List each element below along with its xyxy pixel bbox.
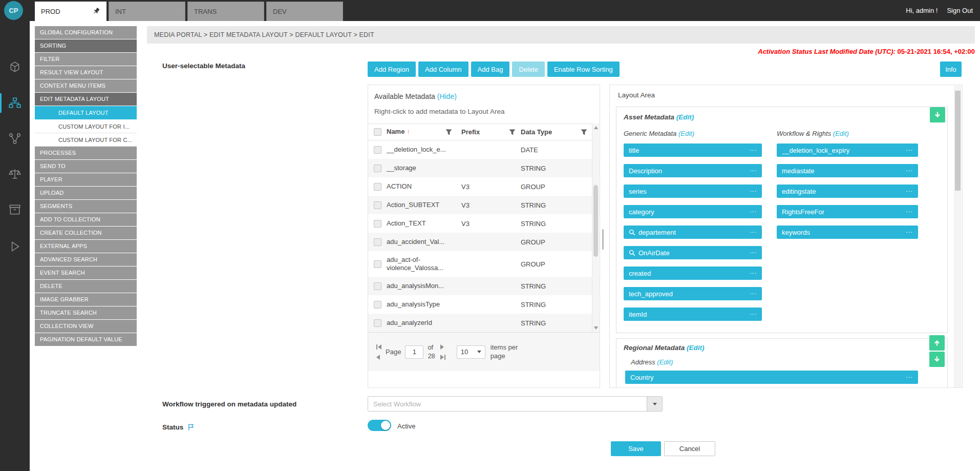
move-region-down-button[interactable] (930, 107, 945, 122)
dropdown-button[interactable] (647, 397, 662, 411)
filter-icon[interactable] (445, 129, 452, 135)
enable-row-sorting-button[interactable]: Enable Row Sorting (547, 62, 620, 77)
sidebar-item-default-layout[interactable]: DEFAULT LAYOUT (35, 106, 137, 119)
panel-splitter-handle[interactable] (602, 229, 604, 250)
row-checkbox[interactable] (374, 301, 381, 309)
chip-rightsfreefor[interactable]: RightsFreeFor ... (777, 205, 918, 218)
move-region-down-button[interactable] (929, 352, 945, 367)
chip-series[interactable]: series ... (624, 185, 762, 198)
chip-menu-icon[interactable]: ... (750, 165, 757, 173)
sidebar-item-send-to[interactable]: SEND TO (35, 160, 137, 173)
sidebar-item-custom-layout-2[interactable]: CUSTOM LAYOUT FOR C... (35, 133, 137, 147)
chip-menu-icon[interactable]: ... (750, 186, 757, 193)
chip-description[interactable]: Description ... (624, 164, 762, 177)
sidebar-item-add-to-collection[interactable]: ADD TO COLLECTION (35, 213, 137, 226)
tab-int[interactable]: INT (109, 2, 185, 21)
regional-metadata-edit-link[interactable]: (Edit) (687, 344, 705, 352)
sidebar-item-result-view-layout[interactable]: RESULT VIEW LAYOUT (35, 66, 137, 79)
chip-menu-icon[interactable]: ... (906, 372, 913, 379)
chip-menu-icon[interactable]: ... (906, 206, 913, 214)
row-checkbox[interactable] (374, 165, 381, 172)
table-row[interactable]: adu_accident_Val... GROUP (368, 233, 600, 251)
toggle-knob[interactable] (381, 421, 390, 430)
sitemap-icon[interactable] (0, 92, 30, 114)
table-scrollbar[interactable] (592, 124, 599, 332)
chip-departement[interactable]: departement ... (624, 226, 762, 239)
column-header-data-type[interactable]: Data Type (521, 128, 552, 136)
generic-metadata-edit-link[interactable]: (Edit) (678, 130, 694, 137)
info-button[interactable]: Info (940, 62, 962, 77)
row-checkbox[interactable] (374, 319, 381, 327)
sidebar-item-player[interactable]: PLAYER (35, 173, 137, 186)
tab-trans[interactable]: TRANS (187, 2, 264, 21)
sidebar-item-truncate-search[interactable]: TRUNCATE SEARCH (35, 306, 137, 319)
sidebar-item-filter[interactable]: FILTER (35, 53, 137, 66)
table-row[interactable]: adu_analysisMon... STRING (368, 277, 600, 295)
scrollbar-thumb[interactable] (593, 185, 598, 257)
sidebar-item-delete[interactable]: DELETE (35, 280, 137, 293)
add-bag-button[interactable]: Add Bag (471, 62, 510, 77)
save-button[interactable]: Save (611, 441, 661, 456)
row-checkbox[interactable] (374, 282, 381, 290)
first-page-button[interactable] (376, 344, 381, 350)
sidebar-item-event-search[interactable]: EVENT SEARCH (35, 267, 137, 279)
sidebar-item-create-collection[interactable]: CREATE COLLECTION (35, 227, 137, 239)
sidebar-item-edit-metadata-layout[interactable]: EDIT METADATA LAYOUT (35, 93, 137, 106)
sidebar-item-collection-view[interactable]: COLLECTION VIEW (35, 320, 137, 333)
table-row[interactable]: adu_analyzerId STRING (368, 314, 600, 332)
move-region-up-button[interactable] (929, 335, 945, 351)
table-row[interactable]: adu_act-of-violence_Valossa... GROUP (368, 251, 600, 277)
hide-link[interactable]: (Hide) (437, 92, 457, 100)
chip-tech-approved[interactable]: tech_approved ... (624, 287, 762, 300)
filter-icon[interactable] (581, 129, 587, 135)
page-size-select[interactable]: 10 (457, 345, 485, 359)
chip-menu-icon[interactable]: ... (906, 145, 913, 152)
sidebar-item-context-menu-items[interactable]: CONTEXT MENU ITEMS (35, 79, 137, 92)
chip-menu-icon[interactable]: ... (750, 227, 757, 234)
scrollbar-thumb[interactable] (955, 91, 961, 191)
archive-box-icon[interactable] (0, 198, 30, 221)
previous-page-button[interactable] (376, 355, 381, 360)
workflow-select[interactable]: Select Workflow (368, 396, 663, 412)
layout-area-scrollbar[interactable] (954, 86, 962, 388)
scroll-up-icon[interactable] (594, 126, 598, 129)
workflow-rights-edit-link[interactable]: (Edit) (833, 130, 849, 137)
chip-itemid[interactable]: itemId ... (624, 308, 762, 321)
chip-title[interactable]: title ... (624, 144, 762, 157)
filter-icon[interactable] (509, 129, 516, 135)
delete-button[interactable]: Delete (512, 62, 545, 77)
workflow-icon[interactable] (0, 128, 30, 150)
row-checkbox[interactable] (374, 201, 381, 209)
chip-onairdate[interactable]: OnAirDate ... (624, 246, 762, 259)
add-column-button[interactable]: Add Column (418, 62, 468, 77)
page-number-input[interactable] (405, 345, 423, 359)
select-all-checkbox[interactable] (374, 128, 381, 136)
sign-out-link[interactable]: Sign Out (947, 7, 973, 14)
sidebar-item-processes[interactable]: PROCESSES (35, 147, 137, 159)
column-header-prefix[interactable]: Prefix (461, 128, 480, 136)
chip-menu-icon[interactable]: ... (906, 227, 913, 234)
sidebar-item-segments[interactable]: SEGMENTS (35, 200, 137, 213)
chip-category[interactable]: category ... (624, 205, 762, 218)
cancel-button[interactable]: Cancel (664, 441, 715, 456)
table-row[interactable]: ACTION V3 GROUP (368, 177, 600, 196)
chip-country[interactable]: Country ... (625, 371, 918, 384)
column-header-name[interactable]: Name (387, 128, 404, 136)
add-region-button[interactable]: Add Region (368, 62, 416, 77)
chip-menu-icon[interactable]: ... (750, 309, 757, 316)
row-checkbox[interactable] (374, 220, 381, 228)
row-checkbox[interactable] (374, 238, 381, 246)
sidebar-item-pagination-default-value[interactable]: PAGINATION DEFAULT VALUE (35, 333, 137, 346)
sidebar-item-sorting[interactable]: SORTING (35, 39, 137, 52)
last-page-button[interactable] (440, 355, 445, 360)
next-page-button[interactable] (440, 344, 445, 350)
chip-menu-icon[interactable]: ... (750, 268, 757, 275)
address-edit-link[interactable]: (Edit) (657, 358, 673, 366)
chip-mediastate[interactable]: mediastate ... (777, 164, 918, 177)
sidebar-item-global-configuration[interactable]: GLOBAL CONFIGURATION (35, 26, 137, 39)
chip-created[interactable]: created ... (624, 267, 762, 280)
row-checkbox[interactable] (374, 146, 381, 154)
table-row[interactable]: __deletion_lock_e... DATE (368, 140, 600, 159)
tab-dev[interactable]: DEV (266, 2, 343, 21)
sidebar-item-image-grabber[interactable]: IMAGE GRABBER (35, 293, 137, 306)
